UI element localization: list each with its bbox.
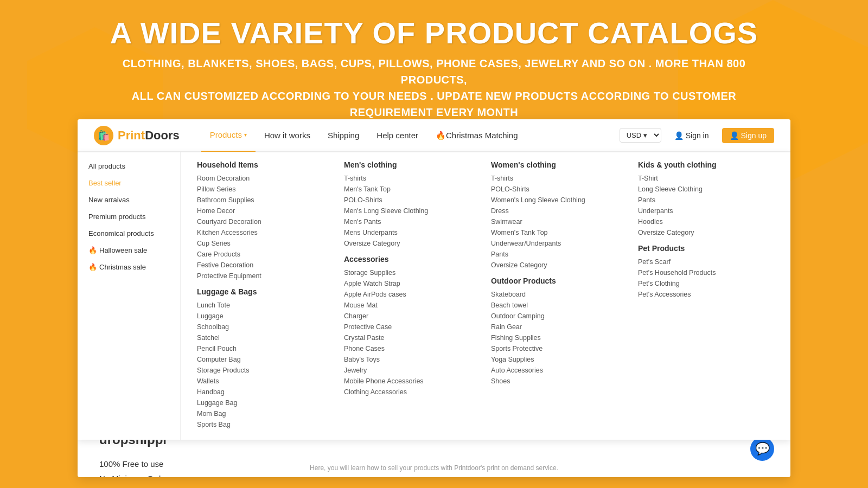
chevron-down-icon: ▾ <box>244 132 247 138</box>
item-kids-hoodies[interactable]: Hoodies <box>638 218 774 226</box>
item-phone-cases[interactable]: Phone Cases <box>344 345 480 352</box>
item-underwear[interactable]: Underwear/Underpants <box>491 240 627 247</box>
item-baby-toys[interactable]: Baby's Toys <box>344 356 480 363</box>
item-mouse-mat[interactable]: Mouse Mat <box>344 301 480 309</box>
nav-how-it-works[interactable]: How it works <box>256 119 319 152</box>
chat-icon: 💬 <box>755 442 770 456</box>
item-handbag[interactable]: Handbag <box>197 388 333 396</box>
logo-icon: 🛍️ <box>94 126 113 145</box>
item-mens-long-sleeve[interactable]: Men's Long Sleeve Clothing <box>344 207 480 215</box>
item-pants[interactable]: Pants <box>491 251 627 258</box>
sidebar-christmas[interactable]: 🔥Christmas sale <box>78 259 180 275</box>
item-rain-gear[interactable]: Rain Gear <box>491 323 627 331</box>
item-mom-bag[interactable]: Mom Bag <box>197 410 333 418</box>
item-lunch-tote[interactable]: Lunch Tote <box>197 301 333 309</box>
nav-products[interactable]: Products ▾ <box>201 119 256 152</box>
item-auto-accessories[interactable]: Auto Accessories <box>491 367 627 374</box>
item-charger[interactable]: Charger <box>344 312 480 320</box>
item-home-decor[interactable]: Home Decor <box>197 207 333 215</box>
sidebar-halloween[interactable]: 🔥Halloween sale <box>78 242 180 259</box>
item-crystal-paste[interactable]: Crystal Paste <box>344 334 480 342</box>
item-dress[interactable]: Dress <box>491 207 627 215</box>
hero-subtitle-2: ALL CAN CUSTOMIZED ACCORDING TO YOUR NEE… <box>108 88 760 104</box>
item-sports-bag[interactable]: Sports Bag <box>197 421 333 428</box>
col-mens: Men's clothing T-shirts Men's Tank Top P… <box>339 160 486 432</box>
item-pencil-pouch[interactable]: Pencil Pouch <box>197 345 333 352</box>
item-yoga[interactable]: Yoga Supplies <box>491 356 627 363</box>
dropdown-columns: Household Items Room Decoration Pillow S… <box>181 152 790 440</box>
item-mens-pants[interactable]: Men's Pants <box>344 218 480 226</box>
chat-bubble-button[interactable]: 💬 <box>750 437 774 461</box>
item-kitchen[interactable]: Kitchen Accessories <box>197 229 333 236</box>
signin-button[interactable]: 👤 Sign in <box>667 128 717 143</box>
item-pet-scarf[interactable]: Pet's Scarf <box>638 258 774 266</box>
item-storage-supplies[interactable]: Storage Supplies <box>344 269 480 277</box>
item-outdoor-camping[interactable]: Outdoor Camping <box>491 312 627 320</box>
item-pet-accessories[interactable]: Pet's Accessories <box>638 291 774 298</box>
item-shoes[interactable]: Shoes <box>491 377 627 385</box>
item-womens-tank[interactable]: Women's Tank Top <box>491 229 627 236</box>
signup-button[interactable]: 👤 Sign up <box>722 128 774 143</box>
item-courtyard[interactable]: Courtyard Decoration <box>197 218 333 226</box>
item-fishing[interactable]: Fishing Supplies <box>491 334 627 342</box>
col-luggage-header: Luggage & Bags <box>197 287 333 296</box>
item-jewelry[interactable]: Jewelry <box>344 367 480 374</box>
sidebar-premium[interactable]: Premium products <box>78 208 180 225</box>
item-mobile-phone-acc[interactable]: Mobile Phone Accessories <box>344 377 480 385</box>
item-festive-decoration[interactable]: Festive Decoration <box>197 261 333 269</box>
currency-select[interactable]: USD ▾ <box>620 128 661 143</box>
item-kids-oversize[interactable]: Oversize Category <box>638 229 774 236</box>
item-luggage[interactable]: Luggage <box>197 312 333 320</box>
sidebar-economical[interactable]: Economical products <box>78 225 180 242</box>
item-wallets[interactable]: Wallets <box>197 377 333 385</box>
item-computer-bag[interactable]: Computer Bag <box>197 356 333 363</box>
item-kids-underpants[interactable]: Underpants <box>638 207 774 215</box>
item-pillow-series[interactable]: Pillow Series <box>197 185 333 193</box>
logo[interactable]: 🛍️ PrintDoors <box>94 126 180 145</box>
item-mens-tshirts[interactable]: T-shirts <box>344 175 480 182</box>
item-kids-tshirt[interactable]: T-Shirt <box>638 175 774 182</box>
item-airpods[interactable]: Apple AirPods cases <box>344 291 480 298</box>
item-protective-case[interactable]: Protective Case <box>344 323 480 331</box>
item-kids-pants[interactable]: Pants <box>638 196 774 204</box>
item-womens-polo[interactable]: POLO-Shirts <box>491 185 627 193</box>
item-cup-series[interactable]: Cup Series <box>197 240 333 247</box>
nav-help[interactable]: Help center <box>368 119 427 152</box>
item-schoolbag[interactable]: Schoolbag <box>197 323 333 331</box>
item-bathroom-supplies[interactable]: Bathroom Supplies <box>197 196 333 204</box>
col-household: Household Items Room Decoration Pillow S… <box>192 160 339 432</box>
nav-shipping[interactable]: Shipping <box>319 119 368 152</box>
item-mens-underpants[interactable]: Mens Underpants <box>344 229 480 236</box>
item-pet-household[interactable]: Pet's Household Products <box>638 269 774 277</box>
item-beach-towel[interactable]: Beach towel <box>491 301 627 309</box>
item-kids-long-sleeve[interactable]: Long Sleeve Clothing <box>638 185 774 193</box>
item-swimwear[interactable]: Swimwear <box>491 218 627 226</box>
item-pet-clothing[interactable]: Pet's Clothing <box>638 280 774 287</box>
item-womens-oversize[interactable]: Oversize Category <box>491 261 627 269</box>
sidebar-all-products[interactable]: All products <box>78 158 180 175</box>
item-sports-protective[interactable]: Sports Protective <box>491 345 627 352</box>
col-kids-header: Kids & youth clothing <box>638 160 774 169</box>
item-luggage-bag[interactable]: Luggage Bag <box>197 399 333 407</box>
nav-christmas[interactable]: 🔥 Christmas Matching <box>427 119 527 152</box>
item-room-decoration[interactable]: Room Decoration <box>197 175 333 182</box>
item-mens-oversize[interactable]: Oversize Category <box>344 240 480 247</box>
nav-links: Products ▾ How it works Shipping Help ce… <box>201 119 620 152</box>
item-skateboard[interactable]: Skateboard <box>491 291 627 298</box>
item-apple-watch[interactable]: Apple Watch Strap <box>344 280 480 287</box>
nav-right: USD ▾ 👤 Sign in 👤 Sign up <box>620 128 774 143</box>
item-mens-polo[interactable]: POLO-Shirts <box>344 196 480 204</box>
fire-icon: 🔥 <box>436 131 446 140</box>
item-care-products[interactable]: Care Products <box>197 251 333 258</box>
col-womens: Women's clothing T-shirts POLO-Shirts Wo… <box>486 160 633 432</box>
item-womens-long-sleeve[interactable]: Women's Long Sleeve Clothing <box>491 196 627 204</box>
col-accessories-header: Accessories <box>344 255 480 264</box>
item-mens-tank[interactable]: Men's Tank Top <box>344 185 480 193</box>
item-clothing-acc[interactable]: Clothing Accessories <box>344 388 480 396</box>
sidebar-best-seller[interactable]: Best seller <box>78 175 180 191</box>
item-storage-products[interactable]: Storage Products <box>197 367 333 374</box>
sidebar-new-arrivals[interactable]: New arraivas <box>78 191 180 208</box>
item-womens-tshirts[interactable]: T-shirts <box>491 175 627 182</box>
item-protective-equipment[interactable]: Protective Equipment <box>197 272 333 280</box>
item-satchel[interactable]: Satchel <box>197 334 333 342</box>
